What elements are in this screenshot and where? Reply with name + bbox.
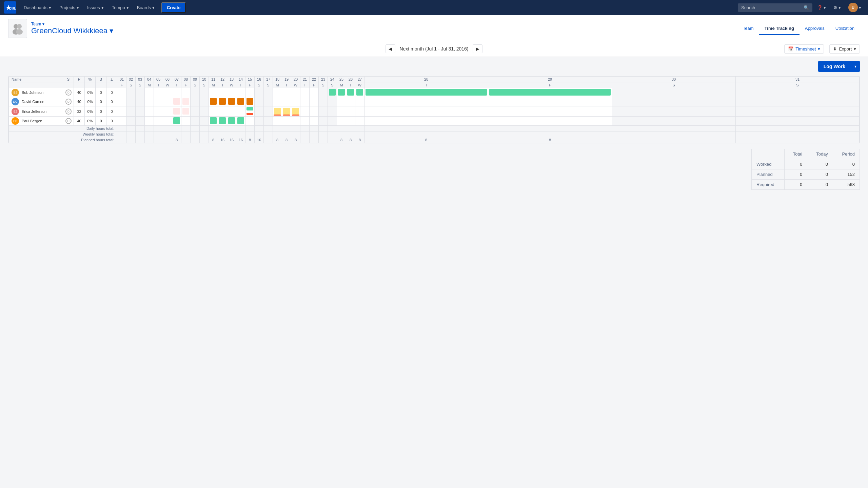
jira-brand[interactable]: ★ JIRA bbox=[4, 1, 16, 14]
page-header: Team ▾ GreenCloud Wikkkieea ▾ Team Time … bbox=[0, 15, 868, 41]
avatar: U bbox=[848, 3, 858, 12]
summary-row-worked: Worked 0 0 0 bbox=[752, 159, 860, 169]
team-info: Team ▾ GreenCloud Wikkkieea ▾ bbox=[31, 22, 113, 35]
summary-area: Total Today Period Worked 0 0 0 Planned … bbox=[8, 149, 860, 190]
day-03: 03 bbox=[136, 77, 145, 82]
day-19: 19 bbox=[282, 77, 291, 82]
weekly-totals-label: Weekly hours total: bbox=[9, 131, 117, 137]
team-label[interactable]: Team ▾ bbox=[31, 22, 113, 26]
export-button[interactable]: ⬇ Export ▾ bbox=[829, 44, 860, 54]
main-content: Name S P % B Σ 01 02 03 04 05 06 07 08 0… bbox=[0, 76, 868, 198]
day-22: 22 bbox=[310, 77, 319, 82]
settings-button[interactable]: ⚙▾ bbox=[831, 4, 844, 12]
summary-period-required: 568 bbox=[833, 180, 860, 190]
day-27: 27 bbox=[355, 77, 364, 82]
toolbar: ◀ Next month (Jul 1 - Jul 31, 2016) ▶ 📅 … bbox=[0, 41, 868, 57]
day-01: 01 bbox=[117, 77, 126, 82]
tab-time-tracking[interactable]: Time Tracking bbox=[759, 22, 800, 35]
search-box[interactable]: 🔍 bbox=[738, 3, 812, 12]
day-29: 29 bbox=[488, 77, 612, 82]
nav-projects[interactable]: Projects ▾ bbox=[56, 4, 82, 12]
day-26: 26 bbox=[346, 77, 355, 82]
navbar-right: 🔍 ❓▾ ⚙▾ U▾ bbox=[738, 1, 864, 14]
gantt-table: Name S P % B Σ 01 02 03 04 05 06 07 08 0… bbox=[8, 76, 860, 143]
search-icon: 🔍 bbox=[804, 5, 809, 10]
s-col-header: S bbox=[63, 77, 74, 82]
avatar-erica: EJ bbox=[12, 108, 19, 115]
gear-icon: ⚙ bbox=[833, 5, 837, 10]
planned-totals-label: Planned hours total: bbox=[9, 137, 117, 143]
day-12: 12 bbox=[218, 77, 227, 82]
header-tabs: Team Time Tracking Approvals Utilization bbox=[737, 22, 860, 35]
navbar: ★ JIRA Dashboards ▾ Projects ▾ Issues ▾ … bbox=[0, 0, 868, 15]
day-04: 04 bbox=[145, 77, 154, 82]
nav-tempo[interactable]: Tempo ▾ bbox=[108, 4, 132, 12]
prev-period-button[interactable]: ◀ bbox=[386, 44, 395, 53]
status-paul: O bbox=[65, 118, 72, 124]
log-work-dropdown-button[interactable]: ▾ bbox=[851, 61, 860, 72]
sigma-col-header: Σ bbox=[106, 77, 117, 82]
help-button[interactable]: ❓▾ bbox=[814, 4, 829, 12]
member-name-bob: BJ Bob Johnson bbox=[9, 88, 63, 97]
member-row-paul: PB Paul Bergen O 40 0% 0 0 bbox=[9, 117, 860, 126]
avatar-david: DC bbox=[12, 98, 19, 105]
tab-team[interactable]: Team bbox=[737, 22, 759, 35]
daily-totals-label: Daily hours total: bbox=[9, 126, 117, 131]
summary-total-required: 0 bbox=[785, 180, 807, 190]
team-name[interactable]: GreenCloud Wikkkieea ▾ bbox=[31, 26, 113, 35]
nav-issues[interactable]: Issues ▾ bbox=[84, 4, 107, 12]
create-button[interactable]: Create bbox=[161, 2, 186, 13]
summary-period-planned: 152 bbox=[833, 169, 860, 180]
export-icon: ⬇ bbox=[833, 46, 837, 52]
team-name-dropdown-icon: ▾ bbox=[110, 26, 113, 35]
day-letter-row: F S S M T W T F S S M T W T F S S bbox=[9, 82, 860, 88]
member-row-david: DC David Carsen O 40 0% 0 0 bbox=[9, 97, 860, 106]
day-14: 14 bbox=[236, 77, 245, 82]
team-dropdown-icon: ▾ bbox=[42, 22, 44, 26]
tab-utilization[interactable]: Utilization bbox=[830, 22, 860, 35]
user-menu-button[interactable]: U▾ bbox=[846, 1, 864, 14]
nav-dashboards[interactable]: Dashboards ▾ bbox=[20, 4, 55, 12]
day-23: 23 bbox=[319, 77, 328, 82]
day-number-row: Name S P % B Σ 01 02 03 04 05 06 07 08 0… bbox=[9, 77, 860, 82]
summary-col-label bbox=[752, 149, 785, 159]
toolbar-right: 📅 Timesheet ▾ ⬇ Export ▾ bbox=[784, 44, 860, 54]
pct-col-header: % bbox=[85, 77, 96, 82]
day-10: 10 bbox=[200, 77, 209, 82]
summary-row-planned: Planned 0 0 152 bbox=[752, 169, 860, 180]
day-17: 17 bbox=[264, 77, 273, 82]
day-30: 30 bbox=[612, 77, 736, 82]
summary-label-required: Required bbox=[752, 180, 785, 190]
day-05: 05 bbox=[154, 77, 163, 82]
weekly-totals-row: Weekly hours total: bbox=[9, 131, 860, 137]
nav-boards[interactable]: Boards ▾ bbox=[134, 4, 158, 12]
timesheet-button[interactable]: 📅 Timesheet ▾ bbox=[784, 44, 824, 54]
day-02: 02 bbox=[126, 77, 136, 82]
summary-total-worked: 0 bbox=[785, 159, 807, 169]
period-label: Next month (Jul 1 - Jul 31, 2016) bbox=[399, 46, 468, 52]
day-13: 13 bbox=[227, 77, 236, 82]
daily-totals-row: Daily hours total: bbox=[9, 126, 860, 131]
summary-col-total: Total bbox=[785, 149, 807, 159]
summary-today-worked: 0 bbox=[807, 159, 833, 169]
day-18: 18 bbox=[273, 77, 282, 82]
status-erica: O bbox=[65, 108, 72, 115]
summary-total-planned: 0 bbox=[785, 169, 807, 180]
summary-label-planned: Planned bbox=[752, 169, 785, 180]
jira-logo-icon: ★ JIRA bbox=[4, 1, 16, 14]
member-row-erica: EJ Erica Jefferson O 32 0% 0 0 bbox=[9, 106, 860, 117]
summary-today-required: 0 bbox=[807, 180, 833, 190]
avatar-bob: BJ bbox=[12, 89, 19, 96]
status-bob: O bbox=[65, 89, 72, 96]
member-row-bob: BJ Bob Johnson O 40 0% 0 0 bbox=[9, 88, 860, 97]
day-21: 21 bbox=[300, 77, 310, 82]
next-period-button[interactable]: ▶ bbox=[473, 44, 482, 53]
search-input[interactable] bbox=[741, 5, 802, 10]
summary-label-worked: Worked bbox=[752, 159, 785, 169]
tab-approvals[interactable]: Approvals bbox=[800, 22, 830, 35]
log-work-area: Log Work ▾ bbox=[0, 57, 868, 76]
log-work-button[interactable]: Log Work bbox=[818, 61, 851, 72]
summary-table: Total Today Period Worked 0 0 0 Planned … bbox=[751, 149, 860, 190]
day-15: 15 bbox=[245, 77, 255, 82]
timesheet-dropdown-icon: ▾ bbox=[818, 46, 820, 52]
